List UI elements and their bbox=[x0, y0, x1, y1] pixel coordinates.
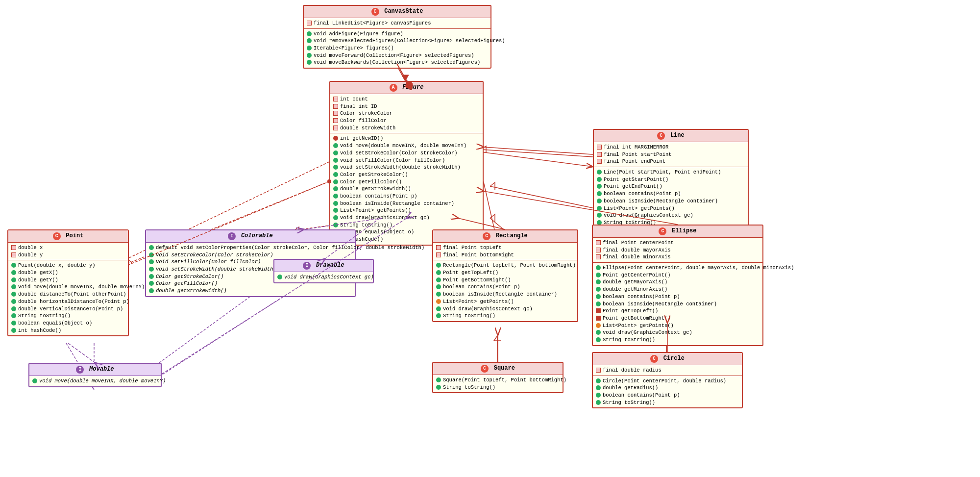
method-icon bbox=[436, 270, 441, 275]
method-text: void draw(GraphicsContext gc) bbox=[603, 329, 692, 336]
field-line: double strokeWidth bbox=[333, 125, 480, 132]
method-icon bbox=[596, 323, 601, 328]
method-icon bbox=[307, 38, 312, 43]
method-line: List<Point> getPoints() bbox=[436, 298, 574, 305]
method-line: List<Point> getPoints() bbox=[597, 205, 745, 212]
field-text: final Point endPoint bbox=[604, 158, 665, 165]
field-line: double x bbox=[11, 244, 125, 251]
method-text: void draw(GraphicsContext gc) bbox=[284, 274, 374, 281]
method-text: String toString() bbox=[443, 312, 495, 320]
field-text: double strokeWidth bbox=[340, 125, 395, 132]
method-icon bbox=[11, 263, 16, 268]
field-icon bbox=[596, 254, 601, 259]
field-icon bbox=[307, 21, 312, 25]
rectangle-fields: final Point topLeft final Point bottomRi… bbox=[433, 243, 577, 260]
method-icon bbox=[11, 321, 16, 326]
field-text: final double radius bbox=[603, 367, 662, 374]
method-line: void setStrokeColor(Color strokeColor) bbox=[149, 251, 352, 259]
ellipse-box: C Ellipse final Point centerPoint final … bbox=[592, 225, 763, 346]
field-text: final Point centerPoint bbox=[603, 239, 674, 247]
canvasstate-header: C CanvasState bbox=[304, 6, 490, 18]
method-icon bbox=[11, 306, 16, 311]
field-line: final double minorAxis bbox=[596, 253, 760, 261]
method-text: void setStrokeWidth(double strokeWidth) bbox=[340, 164, 461, 171]
field-line: final Point startPoint bbox=[597, 151, 745, 158]
field-line: final Point bottomRight bbox=[436, 251, 574, 259]
method-icon bbox=[149, 274, 154, 279]
method-text: boolean contains(Point p) bbox=[603, 392, 680, 399]
drawable-name: Drawable bbox=[316, 262, 344, 269]
method-icon bbox=[333, 223, 338, 227]
method-text: void setStrokeColor(Color strokeColor) bbox=[156, 251, 273, 259]
method-text: void draw(GraphicsContext gc) bbox=[340, 214, 430, 222]
method-line: boolean contains(Point p) bbox=[333, 193, 480, 200]
method-icon bbox=[11, 277, 16, 282]
method-icon bbox=[596, 279, 601, 284]
method-line: String toString() bbox=[436, 312, 574, 320]
ellipse-header: C Ellipse bbox=[593, 226, 762, 238]
square-box: C Square Square(Point topLeft, Point bot… bbox=[432, 362, 564, 393]
circle-name: Circle bbox=[663, 355, 685, 362]
method-text: void move(double moveInX, double moveInY… bbox=[39, 377, 166, 385]
method-line: void moveForward(Collection<Figure> sele… bbox=[307, 52, 488, 59]
class-badge: C bbox=[659, 227, 666, 235]
method-text: void setFillColor(Color fillColor) bbox=[340, 157, 445, 164]
field-line: final Point topLeft bbox=[436, 244, 574, 251]
method-icon bbox=[436, 284, 441, 289]
method-icon bbox=[597, 191, 602, 196]
canvasstate-methods: void addFigure(Figure figure) void remov… bbox=[304, 29, 490, 68]
method-text: double getY() bbox=[18, 276, 58, 284]
method-icon bbox=[149, 252, 154, 257]
movable-name: Movable bbox=[89, 366, 114, 373]
method-text: void moveForward(Collection<Figure> sele… bbox=[314, 52, 474, 59]
method-icon bbox=[333, 208, 338, 213]
class-badge: C bbox=[657, 132, 665, 140]
method-line: Square(Point topLeft, Point bottomRight) bbox=[436, 377, 560, 384]
method-line: Circle(Point centerPoint, double radius) bbox=[596, 377, 739, 385]
field-line: final Point centerPoint bbox=[596, 239, 760, 247]
field-line: Color fillColor bbox=[333, 117, 480, 125]
method-line: double getY() bbox=[11, 276, 125, 284]
method-line: double getRadius() bbox=[596, 384, 739, 392]
method-line: List<Point> getPoints() bbox=[333, 207, 480, 214]
method-text: boolean contains(Point p) bbox=[340, 193, 417, 200]
svg-line-24 bbox=[484, 147, 593, 154]
field-line: final int ID bbox=[333, 103, 480, 110]
point-name: Point bbox=[66, 232, 83, 239]
method-icon bbox=[436, 263, 441, 268]
field-text: final double mayorAxis bbox=[603, 247, 671, 254]
field-text: int count bbox=[340, 96, 368, 103]
canvasstate-box: C CanvasState final LinkedList<Figure> c… bbox=[303, 5, 491, 69]
class-badge: C bbox=[481, 365, 489, 373]
svg-line-1 bbox=[481, 152, 593, 167]
method-line: Color getFillColor() bbox=[333, 178, 480, 186]
method-text: double horizontalDistanceTo(Point p) bbox=[18, 298, 129, 305]
method-line: double getStrokeWidth() bbox=[333, 185, 480, 193]
method-text: boolean contains(Point p) bbox=[443, 283, 520, 291]
field-line: double y bbox=[11, 251, 125, 259]
method-icon bbox=[596, 294, 601, 299]
method-text: boolean contains(Point p) bbox=[604, 190, 681, 198]
method-line: int hashCode() bbox=[11, 327, 125, 334]
method-icon bbox=[149, 267, 154, 272]
method-line: void move(double moveInX, double moveInY… bbox=[32, 377, 158, 385]
method-icon bbox=[436, 313, 441, 318]
class-badge: C bbox=[650, 355, 658, 363]
method-line: double distanceTo(Point otherPoint) bbox=[11, 291, 125, 298]
method-text: double verticalDistanceTo(Point p) bbox=[18, 305, 123, 313]
method-line: boolean isInside(Rectangle container) bbox=[436, 291, 574, 298]
method-line: double getMinorAxis() bbox=[596, 286, 760, 293]
line-methods: Line(Point startPoint, Point endPoint) P… bbox=[594, 167, 748, 228]
method-text: Color getStrokeColor() bbox=[340, 171, 408, 178]
method-icon bbox=[333, 186, 338, 191]
method-line: void setFillColor(Color fillColor) bbox=[333, 157, 480, 164]
method-line: Point getStartPoint() bbox=[597, 176, 745, 183]
method-icon bbox=[596, 337, 601, 342]
method-icon bbox=[597, 184, 602, 189]
method-icon bbox=[307, 31, 312, 36]
method-text: Color getStrokeColor() bbox=[156, 273, 224, 280]
method-text: Point(double x, double y) bbox=[18, 262, 96, 269]
method-text: void moveBackwards(Collection<Figure> se… bbox=[314, 59, 480, 66]
method-text: void removeSelectedFigures(Collection<Fi… bbox=[314, 37, 505, 45]
field-text: final Point bottomRight bbox=[443, 251, 514, 259]
